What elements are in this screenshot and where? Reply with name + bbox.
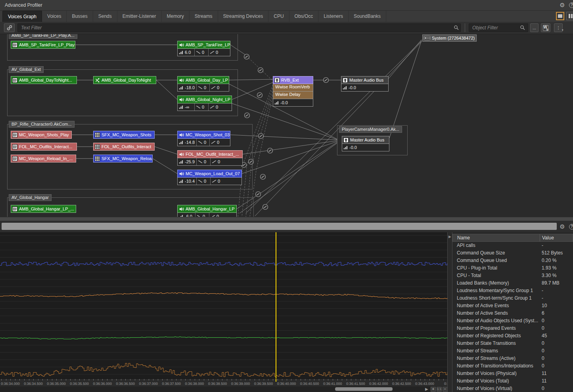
graph-node-event[interactable]: AMB_Global_Hangar_LP_... xyxy=(11,205,76,213)
stat-name: Number of Active Sends xyxy=(452,310,542,317)
tab-voices[interactable]: Voices xyxy=(42,11,67,22)
ruler-tick xyxy=(6,379,6,381)
time-cursor[interactable] xyxy=(276,232,276,379)
graph-node-event[interactable]: MC_Weapon_Shots_Play xyxy=(11,131,72,139)
stats-row[interactable]: Number of Active Events10 xyxy=(452,302,573,310)
stats-row[interactable]: Number of Voices (Total)11 xyxy=(452,377,573,385)
graph-node-switch[interactable]: AMB_Global_DayToNight xyxy=(93,76,156,84)
graph-node-event[interactable]: AMB_SP_TankFire_LP_Play xyxy=(11,41,75,49)
stat-value: 0 xyxy=(542,385,544,392)
graph-node-container[interactable]: SFX_MC_Weapon_Shots xyxy=(93,131,155,139)
ruler-tick xyxy=(425,379,425,381)
ruler-tick xyxy=(158,379,158,381)
graph-node-bus[interactable]: Master Audio Bus -0.0 xyxy=(341,76,389,92)
graph-node-sound[interactable]: AMB_Global_Hangar_LP -6.0 0 0 xyxy=(177,205,237,217)
ruler-tick xyxy=(250,379,250,381)
object-filter-input[interactable] xyxy=(469,23,528,32)
tab-obs-occ[interactable]: Obs/Occ xyxy=(289,11,319,22)
divider-drag-handle[interactable] xyxy=(2,223,557,230)
ruler-tick xyxy=(310,379,310,381)
tab-streams[interactable]: Streams xyxy=(190,11,218,22)
follow-playhead-button[interactable]: ▶ xyxy=(425,387,428,391)
graph-node-event[interactable]: MC_Weapon_Reload_In_... xyxy=(11,155,76,163)
scrollbar-thumb[interactable] xyxy=(335,387,393,391)
stats-row[interactable]: Command Queue Used0.20 % xyxy=(452,257,573,264)
help-icon[interactable]: ? xyxy=(569,224,573,229)
options-menu-button[interactable]: ⋮▾ xyxy=(554,23,563,32)
zoom-reset-button[interactable]: 1:1 xyxy=(437,387,442,392)
graph-node-container[interactable]: SFX_MC_Weapon_Reloa... xyxy=(93,155,153,163)
stats-row[interactable]: CPU - Plug-in Total1.93 % xyxy=(452,264,573,272)
collapse-arrow-icon: ▶ xyxy=(448,235,451,239)
stats-row[interactable]: Number of Streams (Active)0 xyxy=(452,355,573,362)
layout-split-button[interactable] xyxy=(566,12,573,20)
stats-row[interactable]: Number of Voices (Physical)11 xyxy=(452,370,573,377)
graph-node-sound[interactable]: MC_Weapon_Load_Out_07 -10.4 0 0 xyxy=(177,170,242,185)
time-label: 0:36:41.500 xyxy=(346,382,365,386)
ruler-tick xyxy=(213,379,213,381)
bus-icon xyxy=(343,138,349,143)
graph-node-bus[interactable]: Master Audio Bus -0.0 xyxy=(342,136,389,151)
stat-name: Number of Streams (Active) xyxy=(452,355,542,362)
tab-cpu[interactable]: CPU xyxy=(268,11,289,22)
ruler-tick xyxy=(162,379,163,381)
stats-row[interactable]: CPU - Total3.30 % xyxy=(452,272,573,279)
stats-row[interactable]: Number of Transitions/Interpolations0 xyxy=(452,362,573,370)
graph-node-container[interactable]: FOL_MC_Outfits_Interact xyxy=(93,143,155,151)
stats-row[interactable]: Number of Active Sends6 xyxy=(452,310,573,317)
time-ruler[interactable]: 0:36:34.0000:36:34.5000:36:35.0000:36:35… xyxy=(0,379,447,386)
stats-row[interactable]: Loaded Banks (Memory)89.7 MB xyxy=(452,279,573,287)
link-filters-button[interactable] xyxy=(4,23,15,32)
column-header-name[interactable]: Name xyxy=(453,234,540,241)
time-label: 0:36:37.500 xyxy=(162,382,181,386)
volume-icon xyxy=(343,86,347,90)
voices-graph-panel[interactable]: AMB_SP_TankFire_LP_Play.A... AMB_SP_Tank… xyxy=(0,34,573,217)
panel-divider: ⚙ ? xyxy=(0,221,573,232)
stats-row[interactable]: Number of Registered Objects45 xyxy=(452,332,573,340)
layout-single-button[interactable] xyxy=(556,12,564,20)
wwise-selector-button[interactable]: W s xyxy=(541,23,550,32)
stats-header[interactable]: Name Value xyxy=(452,234,573,242)
stats-row[interactable]: Number of Voices (Virtual)0 xyxy=(452,385,573,392)
graph-node-sound[interactable]: AMB_Global_Night_LP -∞ 0 0 xyxy=(177,96,232,111)
help-icon[interactable]: ? xyxy=(569,2,573,8)
gear-icon[interactable]: ⚙ xyxy=(559,223,566,230)
graph-node-aux-bus[interactable]: RVB_Ext Wwise RoomVerb Wwise Delay -0.0 xyxy=(273,76,313,107)
stats-row[interactable]: Loudness Momentary/Sync Group 1- xyxy=(452,287,573,294)
zoom-in-button[interactable]: + xyxy=(431,387,436,392)
stats-row[interactable]: Number of Prepared Events0 xyxy=(452,325,573,332)
tab-sends[interactable]: Sends xyxy=(93,11,117,22)
graph-horizontal-scrollbar[interactable] xyxy=(0,217,573,221)
tab-streaming-devices[interactable]: Streaming Devices xyxy=(218,11,269,22)
tab-voices-graph[interactable]: Voices Graph xyxy=(2,11,42,22)
stats-row[interactable]: API calls- xyxy=(452,242,573,249)
graph-node-system[interactable]: System (2726438472) xyxy=(422,34,477,42)
graph-node-event[interactable]: AMB_Global_DayToNight... xyxy=(11,76,77,84)
tab-emitter-listener[interactable]: Emitter-Listener xyxy=(117,11,162,22)
ellipsis-button[interactable]: ... xyxy=(530,23,539,32)
stats-row[interactable]: Number of Streams0 xyxy=(452,347,573,355)
performance-chart[interactable] xyxy=(0,232,447,379)
graph-node-sound[interactable]: AMB_SP_TankFire_LP 6.0 0 0 xyxy=(177,41,230,56)
stats-row[interactable]: Number of State Transitions0 xyxy=(452,340,573,347)
hpf-icon xyxy=(212,179,217,183)
tab-soundbanks[interactable]: SoundBanks xyxy=(349,11,386,22)
text-filter-input[interactable] xyxy=(17,23,461,32)
tab-busses[interactable]: Busses xyxy=(67,11,93,22)
stats-row[interactable]: Number of Audio Objects Used (Syst...0 xyxy=(452,317,573,325)
stats-row[interactable]: Command Queue Size512 Bytes xyxy=(452,249,573,257)
graph-node-sound[interactable]: AMB_Global_Day_LP -18.0 0 0 xyxy=(177,76,229,92)
volume-icon xyxy=(179,179,184,183)
graph-node-sound[interactable]: MC_Weapon_Shot_03 -14.8 0 0 xyxy=(177,131,230,146)
stats-row[interactable]: Loudness Short-term/Sync Group 1- xyxy=(452,294,573,302)
tab-listeners[interactable]: Listeners xyxy=(318,11,349,22)
graph-node-event[interactable]: FOL_MC_Outfits_Interact... xyxy=(11,143,77,151)
node-label: AMB_Global_Hangar_LP xyxy=(186,207,235,211)
series-orange-low-line xyxy=(0,363,447,377)
tab-memory[interactable]: Memory xyxy=(162,11,190,22)
node-label: SFX_MC_Weapon_Shots xyxy=(102,132,151,137)
column-header-value[interactable]: Value xyxy=(540,234,554,241)
vertical-splitter[interactable]: ▶ xyxy=(447,232,452,392)
gear-icon[interactable]: ⚙ xyxy=(559,2,566,9)
graph-node-sound[interactable]: FOL_MC_Outfit_Interact_... -25.9 0 0 xyxy=(177,150,243,166)
